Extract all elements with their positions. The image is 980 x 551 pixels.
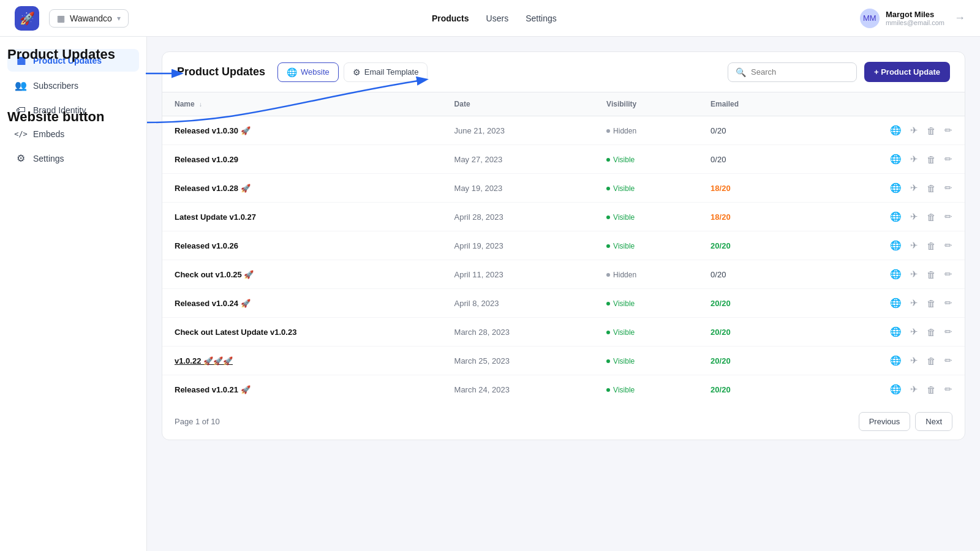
visibility-dot [606, 129, 610, 133]
avatar: MM [860, 9, 880, 28]
pagination-row: Page 1 of 10 Previous Next [162, 403, 965, 440]
edit-icon[interactable]: ✏ [944, 355, 952, 366]
cell-date: May 19, 2023 [442, 174, 595, 203]
pagination-table: Page 1 of 10 Previous Next [162, 403, 965, 440]
visibility-dot [606, 158, 610, 162]
web-icon[interactable]: 🌐 [890, 240, 902, 251]
web-icon[interactable]: 🌐 [890, 355, 902, 366]
previous-button[interactable]: Previous [859, 412, 911, 431]
edit-icon[interactable]: ✏ [944, 240, 952, 251]
web-icon[interactable]: 🌐 [890, 269, 902, 280]
web-icon[interactable]: 🌐 [890, 182, 902, 193]
cell-actions: 🌐 ✈ 🗑 ✏ [799, 145, 965, 174]
send-icon[interactable]: ✈ [910, 211, 918, 222]
sidebar-item-label: Embeds [33, 129, 64, 139]
user-name: Margot Miles [886, 10, 944, 19]
cell-actions: 🌐 ✈ 🗑 ✏ [799, 318, 965, 347]
table-row: Released v1.0.26 April 19, 2023 Visible … [162, 231, 965, 260]
edit-icon[interactable]: ✏ [944, 182, 952, 193]
user-email: mmiles@email.com [886, 19, 944, 26]
visibility-dot [606, 331, 610, 334]
delete-icon[interactable]: 🗑 [927, 183, 936, 193]
delete-icon[interactable]: 🗑 [927, 384, 936, 395]
tab-website[interactable]: 🌐 Website [277, 62, 339, 82]
table-body: Released v1.0.30 🚀 June 21, 2023 Hidden … [162, 116, 965, 404]
logo-icon: 🚀 [20, 11, 35, 26]
cell-visibility: Visible [594, 203, 698, 231]
add-product-update-button[interactable]: + Product Update [864, 62, 950, 82]
main-layout: ▦ Product Updates 👥 Subscribers 🏷 Brand … [0, 37, 980, 551]
code-icon: </> [15, 130, 27, 138]
user-text: Margot Miles mmiles@email.com [886, 10, 944, 26]
logout-icon[interactable]: → [954, 12, 965, 24]
table-header: Name ↓ Date Visibility Emailed [162, 92, 965, 116]
cell-actions: 🌐 ✈ 🗑 ✏ [799, 347, 965, 375]
cell-name: Released v1.0.21 🚀 [162, 375, 442, 404]
send-icon[interactable]: ✈ [910, 298, 918, 309]
send-icon[interactable]: ✈ [910, 384, 918, 395]
cell-actions: 🌐 ✈ 🗑 ✏ [799, 174, 965, 203]
sidebar-item-product-updates[interactable]: ▦ Product Updates [7, 49, 139, 72]
cell-visibility: Hidden [594, 116, 698, 145]
sidebar-item-subscribers[interactable]: 👥 Subscribers [7, 74, 139, 97]
visibility-label: Visible [613, 386, 635, 394]
cell-emailed: 20/20 [698, 347, 799, 375]
delete-icon[interactable]: 🗑 [927, 327, 936, 337]
delete-icon[interactable]: 🗑 [927, 298, 936, 309]
sidebar: ▦ Product Updates 👥 Subscribers 🏷 Brand … [0, 37, 147, 551]
table-row: Check out v1.0.25 🚀 April 11, 2023 Hidde… [162, 260, 965, 289]
web-icon[interactable]: 🌐 [890, 154, 902, 165]
send-icon[interactable]: ✈ [910, 326, 918, 337]
sidebar-item-label: Subscribers [33, 81, 78, 91]
edit-icon[interactable]: ✏ [944, 269, 952, 280]
edit-icon[interactable]: ✏ [944, 125, 952, 136]
web-icon[interactable]: 🌐 [890, 384, 902, 395]
delete-icon[interactable]: 🗑 [927, 126, 936, 136]
send-icon[interactable]: ✈ [910, 355, 918, 366]
col-visibility: Visibility [594, 92, 698, 116]
visibility-label: Visible [613, 213, 635, 222]
web-icon[interactable]: 🌐 [890, 125, 902, 136]
table-row: Released v1.0.24 🚀 April 8, 2023 Visible… [162, 289, 965, 318]
cell-visibility: Hidden [594, 260, 698, 289]
web-icon[interactable]: 🌐 [890, 211, 902, 222]
cell-emailed: 0/20 [698, 260, 799, 289]
sidebar-item-brand-identity[interactable]: 🏷 Brand Identity [7, 99, 139, 121]
send-icon[interactable]: ✈ [910, 182, 918, 193]
nav-settings[interactable]: Settings [526, 13, 557, 23]
cell-actions: 🌐 ✈ 🗑 ✏ [799, 289, 965, 318]
delete-icon[interactable]: 🗑 [927, 154, 936, 165]
visibility-label: Visible [613, 184, 635, 193]
edit-icon[interactable]: ✏ [944, 298, 952, 309]
send-icon[interactable]: ✈ [910, 269, 918, 280]
sidebar-item-embeds[interactable]: </> Embeds [7, 124, 139, 144]
cell-emailed: 20/20 [698, 289, 799, 318]
visibility-label: Hidden [613, 127, 636, 135]
search-input[interactable] [751, 67, 849, 77]
gear-icon: ⚙ [15, 152, 27, 164]
sidebar-item-settings[interactable]: ⚙ Settings [7, 147, 139, 170]
edit-icon[interactable]: ✏ [944, 211, 952, 222]
web-icon[interactable]: 🌐 [890, 326, 902, 337]
send-icon[interactable]: ✈ [910, 125, 918, 136]
web-icon[interactable]: 🌐 [890, 298, 902, 309]
send-icon[interactable]: ✈ [910, 154, 918, 165]
send-icon[interactable]: ✈ [910, 240, 918, 251]
delete-icon[interactable]: 🗑 [927, 356, 936, 366]
tab-email-template[interactable]: ⚙ Email Template [344, 62, 428, 82]
delete-icon[interactable]: 🗑 [927, 269, 936, 280]
search-box[interactable]: 🔍 [728, 62, 857, 82]
delete-icon[interactable]: 🗑 [927, 241, 936, 251]
user-info: MM Margot Miles mmiles@email.com [860, 9, 944, 28]
nav-products[interactable]: Products [432, 13, 469, 23]
edit-icon[interactable]: ✏ [944, 154, 952, 165]
visibility-dot [606, 302, 610, 305]
next-button[interactable]: Next [915, 412, 952, 431]
cell-visibility: Visible [594, 375, 698, 404]
delete-icon[interactable]: 🗑 [927, 212, 936, 222]
edit-icon[interactable]: ✏ [944, 326, 952, 337]
nav-users[interactable]: Users [486, 13, 509, 23]
sidebar-item-label: Brand Identity [33, 105, 86, 115]
edit-icon[interactable]: ✏ [944, 384, 952, 395]
workspace-selector[interactable]: ▦ Wawandco ▾ [49, 9, 129, 28]
